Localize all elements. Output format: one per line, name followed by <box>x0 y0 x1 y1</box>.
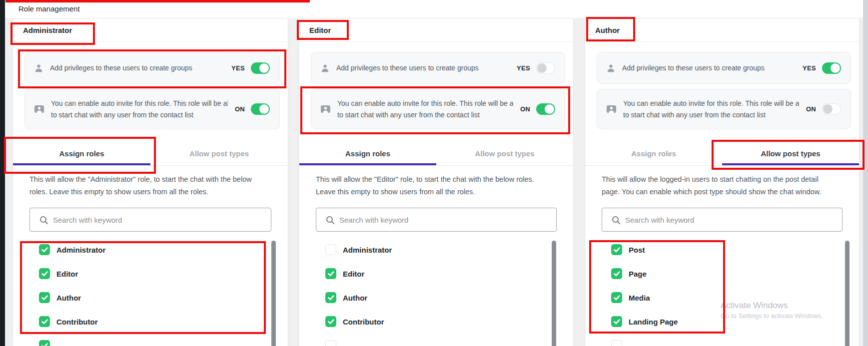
check-icon <box>328 295 334 301</box>
person-icon <box>321 64 329 72</box>
role-checkbox[interactable] <box>39 244 50 255</box>
list-item-partial[interactable] <box>39 340 268 346</box>
contact-card-icon <box>34 105 44 113</box>
list-item-partial[interactable] <box>325 340 553 346</box>
admin-sidebar-edge <box>0 0 5 346</box>
list-item[interactable]: Administrator <box>325 244 553 255</box>
tab-description: This will allow the "Administrator" role… <box>29 173 278 198</box>
role-label: Administrator <box>56 246 105 254</box>
post-type-checkbox[interactable] <box>611 292 622 303</box>
list-scrollbar[interactable] <box>552 241 556 346</box>
create-groups-toggle[interactable] <box>536 62 555 74</box>
auto-invite-toggle[interactable] <box>536 103 555 115</box>
list-scrollbar[interactable] <box>845 241 850 346</box>
role-list: Administrator Editor Author Contributor <box>325 244 553 346</box>
create-groups-toggle[interactable] <box>822 62 841 74</box>
person-icon <box>34 64 43 72</box>
post-type-label: Landing Page <box>629 318 678 326</box>
list-scrollbar[interactable] <box>271 241 276 346</box>
toggle-state-label: ON <box>806 105 816 113</box>
search-input[interactable] <box>316 208 556 231</box>
auto-invite-toggle[interactable] <box>822 103 841 115</box>
search-box <box>29 208 271 232</box>
activate-windows-watermark: Activate Windows Go to Settings to activ… <box>721 299 823 320</box>
role-checkbox[interactable] <box>325 340 336 346</box>
role-label: Contributor <box>343 318 384 326</box>
list-item[interactable]: Page <box>611 268 839 279</box>
tab-assign-roles[interactable]: Assign roles <box>585 142 722 165</box>
role-checkbox[interactable] <box>325 244 336 255</box>
post-type-checkbox[interactable] <box>611 340 622 346</box>
person-icon <box>607 64 615 72</box>
panel-tabs: Assign roles Allow post types <box>585 142 859 166</box>
role-title: Editor <box>309 26 331 34</box>
post-type-label: Post <box>629 246 645 254</box>
auto-invite-toggle[interactable] <box>251 103 270 115</box>
auto-invite-card: You can enable auto invite for this role… <box>311 89 565 129</box>
list-item[interactable]: Editor <box>325 268 553 279</box>
post-type-checkbox[interactable] <box>611 268 622 279</box>
role-label: Contributor <box>56 318 97 326</box>
annotation-top-line <box>5 0 310 2</box>
role-panel-administrator: Administrator Add privileges to these us… <box>12 18 288 346</box>
role-checkbox[interactable] <box>39 268 50 279</box>
role-checkbox[interactable] <box>39 292 50 303</box>
tab-description: This will allow the logged-in users to s… <box>602 173 849 198</box>
list-item-partial[interactable] <box>611 340 839 346</box>
check-icon <box>328 319 334 325</box>
role-label: Author <box>56 294 81 302</box>
check-icon <box>41 295 48 301</box>
search-input[interactable] <box>602 208 842 231</box>
tab-allow-post-types[interactable]: Allow post types <box>436 142 573 165</box>
panel-tabs: Assign roles Allow post types <box>299 142 573 166</box>
toggle-knob <box>259 63 269 73</box>
role-title: Administrator <box>23 26 72 34</box>
role-checkbox[interactable] <box>325 268 336 279</box>
list-item[interactable]: Editor <box>39 268 268 279</box>
list-item[interactable]: Administrator <box>39 244 268 255</box>
list-item[interactable]: Author <box>39 292 268 303</box>
toggle-knob <box>545 104 554 114</box>
toggle-state-label: ON <box>235 105 245 113</box>
post-type-checkbox[interactable] <box>611 244 622 255</box>
tab-assign-roles[interactable]: Assign roles <box>13 142 150 165</box>
tab-assign-roles[interactable]: Assign roles <box>299 142 436 165</box>
panel-header: Administrator <box>13 18 288 42</box>
check-icon <box>41 271 48 277</box>
post-type-list: Post Page Media Landing Page <box>611 244 839 346</box>
create-groups-toggle[interactable] <box>251 62 270 74</box>
tab-allow-post-types[interactable]: Allow post types <box>150 142 288 165</box>
toggle-state-label: ON <box>520 105 530 113</box>
role-checkbox[interactable] <box>39 340 50 346</box>
post-type-checkbox[interactable] <box>611 316 622 327</box>
auto-invite-card: You can enable auto invite for this role… <box>24 89 280 129</box>
list-item[interactable]: Post <box>611 244 839 255</box>
role-panel-editor: Editor Add privileges to these users to … <box>299 18 574 346</box>
toggle-knob <box>823 104 833 114</box>
toggle-knob <box>537 63 547 73</box>
role-checkbox[interactable] <box>325 316 336 327</box>
create-groups-text: Add privileges to these users to create … <box>50 62 224 74</box>
check-icon <box>41 247 48 253</box>
search-input[interactable] <box>30 208 271 231</box>
list-item[interactable]: Contributor <box>325 316 553 327</box>
tab-allow-post-types[interactable]: Allow post types <box>722 142 859 165</box>
panel-tabs: Assign roles Allow post types <box>13 142 288 166</box>
create-groups-text: Add privileges to these users to create … <box>336 62 510 74</box>
role-label: Editor <box>56 270 78 278</box>
list-item[interactable]: Author <box>325 292 553 303</box>
page-scrollbar[interactable] <box>863 0 868 346</box>
toggle-state-label: YES <box>231 64 245 72</box>
check-icon <box>614 295 620 301</box>
check-icon <box>41 343 48 346</box>
search-icon <box>612 216 621 227</box>
create-groups-card: Add privileges to these users to create … <box>24 52 280 84</box>
auto-invite-text: You can enable auto invite for this role… <box>337 98 513 121</box>
post-type-label: Media <box>629 294 650 302</box>
list-item[interactable]: Contributor <box>39 316 268 327</box>
role-checkbox[interactable] <box>325 292 336 303</box>
search-icon <box>326 216 335 227</box>
check-icon <box>614 319 620 325</box>
search-box <box>602 208 843 232</box>
role-checkbox[interactable] <box>39 316 50 327</box>
